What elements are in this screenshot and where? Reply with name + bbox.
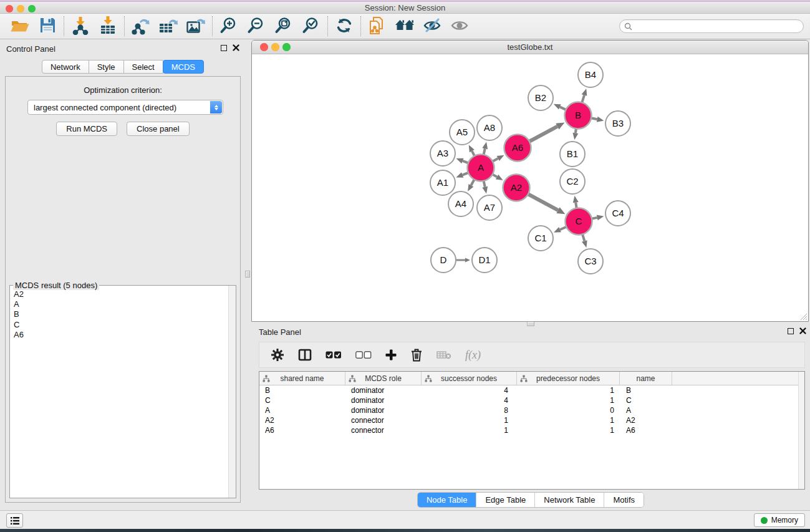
clone-network-button[interactable] [364, 15, 391, 37]
table-row[interactable]: A2connector11A2 [259, 415, 804, 425]
delete-table-button[interactable] [436, 350, 451, 360]
tab-edge-table[interactable]: Edge Table [476, 493, 534, 507]
table-cell[interactable]: 1 [422, 426, 517, 435]
network-window-title: testGlobe.txt [252, 42, 808, 52]
zoom-out-button[interactable] [243, 15, 270, 37]
vertical-splitter[interactable] [244, 39, 251, 510]
mcds-result-list[interactable]: A2ABCA6 [11, 289, 228, 497]
close-panel-button[interactable]: Close panel [127, 122, 190, 136]
table-row[interactable]: Adominator80A [259, 405, 804, 415]
app-titlebar[interactable]: Session: New Session [0, 2, 810, 14]
import-network-button[interactable] [67, 15, 94, 37]
table-cell[interactable]: 4 [422, 396, 517, 405]
tab-style[interactable]: Style [89, 60, 124, 74]
column-header-mcds-role[interactable]: MCDS role [345, 372, 422, 385]
tab-network[interactable]: Network [42, 60, 89, 74]
home-button[interactable] [391, 15, 418, 37]
task-history-button[interactable] [6, 513, 23, 528]
table-cell[interactable]: connector [345, 426, 422, 435]
search-input[interactable] [635, 21, 799, 32]
table-body: Bdominator41BCdominator41CAdominator80AA… [259, 385, 804, 435]
table-cell[interactable]: B [620, 386, 672, 395]
tab-mcds[interactable]: MCDS [163, 60, 204, 74]
table-cell[interactable]: A6 [620, 426, 672, 435]
table-cell[interactable]: 1 [517, 426, 620, 435]
table-cell[interactable]: A2 [259, 416, 345, 425]
tab-motifs[interactable]: Motifs [604, 493, 644, 507]
zoom-fit-button[interactable] [270, 15, 297, 37]
column-header-predecessor-nodes[interactable]: predecessor nodes [517, 372, 620, 385]
table-cell[interactable]: 1 [517, 386, 620, 395]
memory-button[interactable]: Memory [754, 513, 805, 527]
result-item[interactable]: A6 [14, 330, 228, 340]
splitter-handle[interactable] [245, 271, 250, 278]
export-table-button[interactable] [155, 15, 182, 37]
graph-node-label: B2 [535, 92, 546, 103]
optimization-criterion-select[interactable]: largest connected component (directed) [27, 100, 223, 115]
column-header-shared-name[interactable]: shared name [259, 372, 345, 385]
save-session-button[interactable] [34, 15, 61, 37]
table-cell[interactable]: dominator [345, 406, 422, 415]
result-item[interactable]: A [14, 299, 228, 309]
export-image-button[interactable] [182, 15, 210, 37]
table-cell[interactable]: C [620, 396, 672, 405]
network-window-titlebar[interactable]: testGlobe.txt [252, 41, 808, 54]
tab-node-table[interactable]: Node Table [418, 493, 476, 507]
close-table-panel-icon[interactable] [799, 327, 806, 334]
table-settings-button[interactable] [271, 348, 284, 362]
table-cell[interactable]: 0 [517, 406, 620, 415]
table-row[interactable]: A6connector11A6 [259, 425, 804, 435]
table-cell[interactable]: A6 [259, 426, 345, 435]
delete-column-button[interactable] [410, 348, 423, 362]
table-cell[interactable]: A2 [620, 416, 672, 425]
tab-network-table[interactable]: Network Table [534, 493, 604, 507]
edge-arrowhead [573, 196, 579, 203]
tab-select[interactable]: Select [123, 60, 163, 74]
table-cell[interactable]: A [259, 406, 345, 415]
hide-panels-button[interactable] [418, 15, 446, 37]
table-cell[interactable]: A [620, 406, 672, 415]
table-scrollbar[interactable] [798, 372, 804, 489]
deselect-all-button[interactable] [355, 351, 372, 359]
network-canvas[interactable]: B4B2BB3A8A5A6A3B1AA1C2A2A4A7C4CC1C3DD1 [252, 54, 808, 321]
function-builder-button[interactable]: f(x) [465, 349, 481, 362]
import-table-button[interactable] [94, 15, 122, 37]
network-graph[interactable]: B4B2BB3A8A5A6A3B1AA1C2A2A4A7C4CC1C3DD1 [252, 54, 808, 321]
column-header-name[interactable]: name [620, 372, 672, 385]
table-cell[interactable]: dominator [345, 396, 422, 405]
table-cell[interactable]: C [259, 396, 345, 405]
refresh-button[interactable] [330, 15, 358, 37]
table-cell[interactable]: 4 [422, 386, 517, 395]
search-field[interactable] [619, 19, 804, 33]
result-item[interactable]: A2 [14, 289, 228, 299]
result-item[interactable]: C [14, 320, 228, 330]
table-row[interactable]: Bdominator41B [259, 385, 804, 395]
export-network-button[interactable] [127, 15, 155, 37]
workspace: Control Panel NetworkStyleSelectMCDS Opt… [0, 39, 810, 510]
table-cell[interactable]: connector [345, 416, 422, 425]
create-column-button[interactable] [385, 349, 397, 360]
open-session-button[interactable] [6, 15, 34, 37]
result-item[interactable]: B [14, 309, 228, 319]
show-panels-button[interactable] [446, 15, 473, 37]
close-panel-icon[interactable] [233, 44, 239, 51]
search-icon [624, 22, 632, 31]
result-scrollbar[interactable] [228, 286, 236, 498]
column-header-successor-nodes[interactable]: successor nodes [422, 372, 517, 385]
desktop-edge-bottom [0, 529, 810, 532]
zoom-in-button[interactable] [215, 15, 243, 37]
zoom-selected-button[interactable] [297, 15, 325, 37]
table-cell[interactable]: dominator [345, 386, 422, 395]
table-cell[interactable]: 1 [517, 416, 620, 425]
table-cell[interactable]: 1 [517, 396, 620, 405]
select-all-button[interactable] [325, 351, 342, 359]
show-columns-button[interactable] [298, 349, 312, 361]
table-cell[interactable]: 1 [422, 416, 517, 425]
table-row[interactable]: Cdominator41C [259, 395, 804, 405]
resize-grip-icon[interactable] [799, 312, 808, 321]
table-cell[interactable]: 8 [422, 406, 517, 415]
run-mcds-button[interactable]: Run MCDS [56, 122, 117, 136]
float-table-panel-icon[interactable] [788, 328, 794, 334]
table-cell[interactable]: B [259, 386, 345, 395]
float-panel-icon[interactable] [221, 45, 227, 51]
